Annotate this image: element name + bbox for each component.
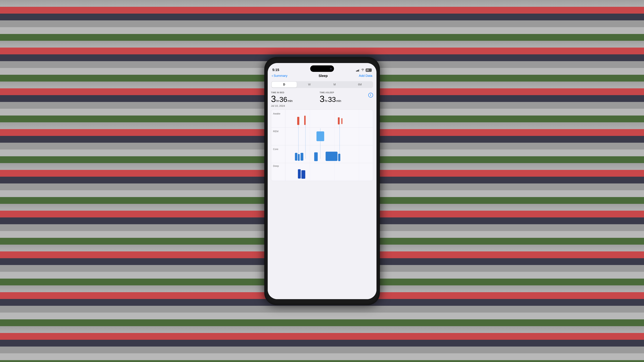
stats-row: TIME IN BED 3 hr 36 min TIME ASLEEP 3 hr… (271, 91, 373, 103)
segment-week[interactable]: W (297, 82, 322, 87)
svg-rect-22 (300, 153, 303, 161)
date-display: Jul 10, 2024 (271, 104, 373, 107)
phone-screen: 5:15 29 (268, 63, 376, 299)
svg-text:Awake: Awake (273, 112, 280, 115)
svg-text:REM: REM (273, 130, 278, 133)
status-icons: 29 (356, 68, 372, 72)
svg-rect-25 (338, 154, 340, 161)
time-segment-control[interactable]: D W M 6M (271, 81, 373, 88)
svg-rect-20 (295, 153, 297, 161)
time-asleep-value: 3 hr 33 min (320, 94, 362, 103)
time-asleep-min-unit: min (336, 99, 341, 103)
svg-rect-24 (326, 152, 338, 161)
svg-rect-15 (297, 117, 299, 125)
dynamic-island (310, 65, 334, 72)
time-in-bed-label: TIME IN BED (271, 91, 313, 94)
page-title: Sleep (319, 74, 328, 78)
time-in-bed-min-unit: min (288, 99, 292, 103)
info-button[interactable]: i (368, 93, 373, 97)
svg-rect-18 (341, 118, 342, 124)
add-data-button[interactable]: Add Data (359, 74, 372, 78)
svg-rect-26 (298, 169, 300, 179)
svg-text:Core: Core (273, 148, 278, 150)
chevron-left-icon: ‹ (272, 74, 273, 78)
svg-rect-16 (304, 115, 306, 125)
sleep-chart: Awake REM Core Deep (271, 110, 373, 181)
segment-day[interactable]: D (272, 82, 297, 87)
back-label: Summary (274, 74, 288, 78)
phone-device: 5:15 29 (264, 57, 380, 305)
time-asleep-block: TIME ASLEEP 3 hr 33 min (320, 91, 362, 103)
time-asleep-hours: 3 (320, 94, 325, 103)
svg-rect-23 (314, 152, 318, 161)
battery-icon: 29 (366, 68, 372, 72)
camera-dot (330, 68, 332, 70)
svg-rect-17 (338, 117, 340, 124)
svg-rect-19 (316, 131, 324, 141)
back-button[interactable]: ‹ Summary (272, 74, 288, 78)
status-time: 5:15 (272, 68, 279, 72)
time-in-bed-value: 3 hr 36 min (271, 94, 313, 103)
wifi-icon (361, 69, 364, 71)
time-asleep-minutes: 33 (328, 96, 336, 103)
time-asleep-hr-unit: hr (325, 99, 328, 103)
signal-icon (356, 69, 360, 71)
svg-rect-27 (301, 170, 305, 179)
time-in-bed-hr-unit: hr (276, 99, 279, 103)
segment-6month[interactable]: 6M (347, 82, 372, 87)
time-in-bed-minutes: 36 (279, 96, 287, 103)
time-asleep-label: TIME ASLEEP (320, 91, 362, 94)
time-in-bed-block: TIME IN BED 3 hr 36 min (271, 91, 313, 103)
svg-text:Deep: Deep (273, 165, 279, 167)
svg-rect-21 (298, 154, 300, 161)
content-area: D W M 6M TIME IN BED 3 hr 36 min TIM (268, 80, 376, 299)
time-in-bed-hours: 3 (271, 94, 276, 103)
nav-bar: ‹ Summary Sleep Add Data (268, 73, 376, 80)
segment-month[interactable]: M (322, 82, 348, 87)
